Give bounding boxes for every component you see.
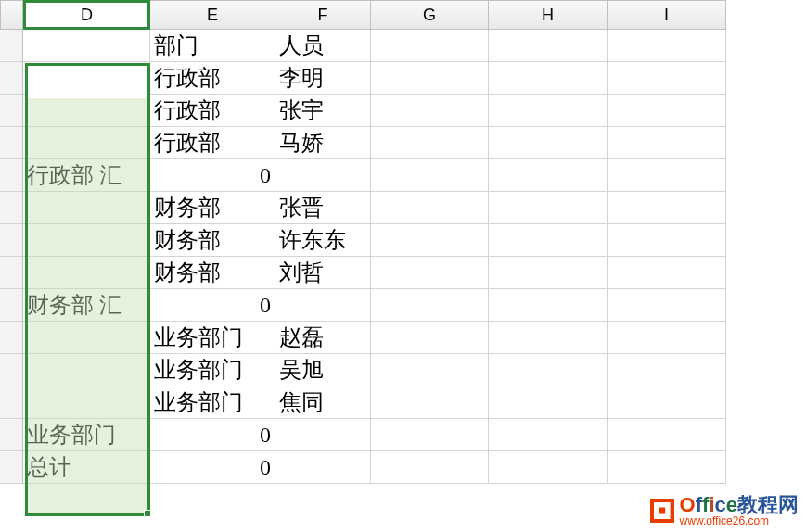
col-header-D[interactable]: D — [23, 0, 150, 30]
cell-F[interactable]: 张宇 — [275, 95, 371, 127]
cell-G[interactable] — [371, 62, 489, 95]
cell-F[interactable]: 马娇 — [275, 127, 371, 159]
cell-I[interactable] — [608, 257, 726, 289]
row-stub[interactable] — [0, 257, 23, 289]
cell-F[interactable]: 赵磊 — [275, 322, 371, 354]
cell-G[interactable] — [371, 95, 489, 127]
row-stub[interactable] — [0, 451, 23, 484]
cell-I[interactable] — [608, 354, 726, 386]
cell-E[interactable]: 0 — [150, 159, 275, 192]
cell-F[interactable]: 李明 — [275, 62, 371, 95]
cell-E[interactable]: 0 — [150, 289, 275, 322]
cell-I[interactable] — [608, 95, 726, 127]
cell-G[interactable] — [371, 451, 489, 484]
row-stub[interactable] — [0, 159, 23, 192]
cell-E[interactable]: 财务部 — [150, 257, 275, 289]
row-stub[interactable] — [0, 30, 23, 62]
cell-F[interactable]: 人员 — [275, 30, 371, 62]
row-stub[interactable] — [0, 192, 23, 224]
cell-G[interactable] — [371, 159, 489, 192]
cell-G[interactable] — [371, 30, 489, 62]
cell-D[interactable] — [23, 30, 150, 62]
cell-F[interactable]: 刘哲 — [275, 257, 371, 289]
cell-H[interactable] — [489, 354, 608, 386]
cell-F[interactable] — [275, 451, 371, 484]
cell-G[interactable] — [371, 419, 489, 451]
cell-G[interactable] — [371, 127, 489, 159]
cell-I[interactable] — [608, 127, 726, 159]
cell-G[interactable] — [371, 322, 489, 354]
cell-F[interactable]: 张晋 — [275, 192, 371, 224]
cell-I[interactable] — [608, 62, 726, 95]
cell-I[interactable] — [608, 192, 726, 224]
cell-D[interactable] — [23, 192, 150, 224]
cell-D[interactable]: 业务部门 — [23, 419, 150, 451]
cell-I[interactable] — [608, 322, 726, 354]
cell-H[interactable] — [489, 127, 608, 159]
cell-H[interactable] — [489, 386, 608, 419]
cell-E[interactable]: 业务部门 — [150, 354, 275, 386]
cell-G[interactable] — [371, 289, 489, 322]
row-stub[interactable] — [0, 95, 23, 127]
cell-I[interactable] — [608, 419, 726, 451]
row-stub[interactable] — [0, 386, 23, 419]
cell-F[interactable] — [275, 159, 371, 192]
cell-D[interactable] — [23, 95, 150, 127]
cell-F[interactable]: 焦同 — [275, 386, 371, 419]
cell-I[interactable] — [608, 30, 726, 62]
cell-G[interactable] — [371, 386, 489, 419]
cell-D[interactable] — [23, 224, 150, 257]
cell-H[interactable] — [489, 322, 608, 354]
cell-E[interactable]: 财务部 — [150, 224, 275, 257]
spreadsheet-grid[interactable]: 部门人员行政部李明行政部张宇行政部马娇行政部 汇0财务部张晋财务部许东东财务部刘… — [0, 30, 806, 484]
row-stub[interactable] — [0, 354, 23, 386]
col-header-E[interactable]: E — [150, 0, 275, 30]
cell-H[interactable] — [489, 224, 608, 257]
cell-D[interactable] — [23, 257, 150, 289]
cell-D[interactable] — [23, 62, 150, 95]
col-header-I[interactable]: I — [608, 0, 726, 30]
col-header-stub[interactable] — [0, 0, 23, 30]
cell-F[interactable] — [275, 289, 371, 322]
col-header-H[interactable]: H — [489, 0, 608, 30]
cell-G[interactable] — [371, 224, 489, 257]
row-stub[interactable] — [0, 127, 23, 159]
row-stub[interactable] — [0, 62, 23, 95]
cell-I[interactable] — [608, 451, 726, 484]
cell-D[interactable]: 行政部 汇 — [23, 159, 150, 192]
cell-F[interactable]: 许东东 — [275, 224, 371, 257]
cell-H[interactable] — [489, 30, 608, 62]
cell-I[interactable] — [608, 289, 726, 322]
cell-D[interactable]: 总计 — [23, 451, 150, 484]
cell-H[interactable] — [489, 62, 608, 95]
row-stub[interactable] — [0, 419, 23, 451]
cell-H[interactable] — [489, 451, 608, 484]
cell-F[interactable]: 吴旭 — [275, 354, 371, 386]
row-stub[interactable] — [0, 289, 23, 322]
cell-E[interactable]: 0 — [150, 451, 275, 484]
cell-H[interactable] — [489, 192, 608, 224]
cell-I[interactable] — [608, 386, 726, 419]
cell-F[interactable] — [275, 419, 371, 451]
cell-E[interactable]: 行政部 — [150, 62, 275, 95]
col-header-F[interactable]: F — [275, 0, 371, 30]
cell-D[interactable] — [23, 354, 150, 386]
cell-D[interactable]: 财务部 汇 — [23, 289, 150, 322]
cell-G[interactable] — [371, 354, 489, 386]
cell-H[interactable] — [489, 419, 608, 451]
cell-E[interactable]: 业务部门 — [150, 322, 275, 354]
cell-D[interactable] — [23, 322, 150, 354]
cell-I[interactable] — [608, 159, 726, 192]
col-header-G[interactable]: G — [371, 0, 489, 30]
cell-G[interactable] — [371, 192, 489, 224]
cell-H[interactable] — [489, 289, 608, 322]
cell-G[interactable] — [371, 257, 489, 289]
cell-E[interactable]: 业务部门 — [150, 386, 275, 419]
cell-E[interactable]: 财务部 — [150, 192, 275, 224]
cell-E[interactable]: 0 — [150, 419, 275, 451]
cell-I[interactable] — [608, 224, 726, 257]
cell-E[interactable]: 行政部 — [150, 95, 275, 127]
cell-D[interactable] — [23, 127, 150, 159]
cell-H[interactable] — [489, 257, 608, 289]
cell-E[interactable]: 行政部 — [150, 127, 275, 159]
